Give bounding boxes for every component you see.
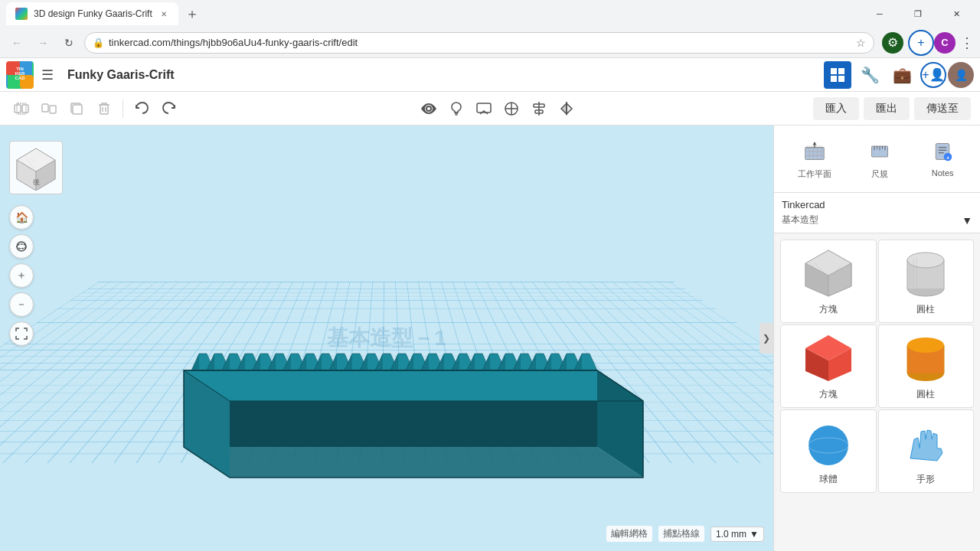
shapes-grid: 方塊	[774, 233, 980, 499]
send-button[interactable]: 傳送至	[914, 97, 971, 120]
category-selector: Tinkercad 基本造型 ▼	[774, 193, 980, 233]
add-user-button[interactable]: +	[908, 30, 934, 56]
svg-rect-18	[100, 105, 108, 114]
snap-label: 捕點格線	[658, 526, 704, 542]
camera-button[interactable]	[416, 96, 441, 121]
address-field[interactable]: 🔒 tinkercad.com/things/hjbb9o6aUu4-funky…	[84, 32, 874, 54]
mirror-button[interactable]	[554, 96, 579, 121]
toolbar-center-buttons	[185, 96, 810, 121]
fit-view-button[interactable]	[9, 321, 34, 346]
tab-favicon	[15, 8, 28, 20]
shape-label: 方塊	[819, 303, 838, 316]
orbit-button[interactable]	[9, 234, 34, 259]
minimize-button[interactable]: ─	[862, 2, 897, 25]
category-row: Tinkercad	[782, 199, 972, 210]
back-button[interactable]: ←	[6, 32, 28, 54]
undo-button[interactable]	[129, 96, 154, 121]
projects-button[interactable]: 💼	[888, 61, 916, 89]
shape-item-hand[interactable]: 手形	[878, 409, 975, 493]
profile-avatar[interactable]: C	[934, 32, 956, 54]
tab-title: 3D design Funky Gaaris-Crift	[34, 8, 152, 19]
tinkercad-logo[interactable]: TIN KER CAD	[6, 61, 34, 89]
align-button[interactable]	[527, 96, 551, 121]
forward-button[interactable]: →	[32, 32, 54, 54]
svg-rect-12	[22, 105, 28, 112]
shape-label: 圓柱	[916, 388, 935, 401]
svg-point-151	[907, 337, 944, 353]
notes-panel-item[interactable]: + Notes	[921, 133, 964, 184]
bookmark-icon[interactable]: ☆	[856, 37, 866, 49]
reload-button[interactable]: ↻	[58, 32, 80, 54]
group-button[interactable]	[9, 96, 34, 121]
new-tab-button[interactable]: ＋	[181, 3, 203, 24]
view-cube[interactable]: 後	[9, 141, 63, 194]
shape-item-sphere[interactable]: 球體	[780, 409, 877, 493]
window-controls: ─ ❐ ✕	[862, 2, 974, 25]
duplicate-button[interactable]	[64, 96, 89, 121]
shape-item-orange-cylinder[interactable]: 圓柱	[878, 324, 975, 408]
shape-item-gray-cylinder[interactable]: 圓柱	[878, 240, 975, 323]
extension-icon[interactable]: ⚙	[882, 32, 903, 54]
snap-value-input[interactable]: 1.0 mm ▼	[710, 527, 764, 542]
workplane-panel-item[interactable]: 工作平面	[790, 133, 839, 184]
shape-item-red-cube[interactable]: 方塊	[780, 324, 877, 408]
bottom-controls: 編輯網格 捕點格線 1.0 mm ▼	[606, 526, 764, 542]
url-text: tinkercad.com/things/hjbb9o6aUu4-funky-g…	[109, 37, 851, 48]
svg-text:後: 後	[33, 178, 40, 186]
notes-label: Notes	[932, 168, 954, 178]
tab-close-button[interactable]: ✕	[158, 8, 169, 19]
design-title: Funky Gaaris-Crift	[61, 68, 181, 82]
svg-rect-14	[42, 104, 48, 112]
profile-area: ⚙ + C ⋮	[882, 30, 974, 56]
user-avatar[interactable]: 👤	[948, 62, 974, 88]
light-button[interactable]	[444, 96, 469, 121]
ruler-panel-item[interactable]: 尺規	[858, 133, 901, 184]
svg-point-103	[17, 242, 26, 251]
address-bar: ← → ↻ 🔒 tinkercad.com/things/hjbb9o6aUu4…	[0, 28, 980, 58]
ruler-icon	[866, 138, 893, 165]
svg-text:+: +	[946, 155, 949, 161]
workplane-label: 工作平面	[798, 168, 831, 180]
shape-label: 手形	[916, 473, 935, 486]
export-button[interactable]: 匯出	[864, 97, 910, 120]
grid-view-button[interactable]	[824, 61, 851, 89]
shape-preview	[798, 416, 859, 470]
home-view-button[interactable]: 🏠	[9, 205, 34, 230]
comment-button[interactable]	[472, 96, 496, 121]
svg-marker-32	[567, 103, 572, 114]
svg-point-154	[808, 425, 848, 465]
shape-preview	[798, 331, 859, 385]
category-sub-row[interactable]: 基本造型 ▼	[782, 214, 972, 227]
ungroup-button[interactable]	[37, 96, 61, 121]
panel-collapse-arrow[interactable]: ❯	[760, 323, 773, 354]
svg-rect-7	[831, 68, 837, 74]
notes-icon: +	[929, 138, 956, 165]
shape-item-gray-cube[interactable]: 方塊	[780, 240, 877, 323]
restore-button[interactable]: ❐	[900, 2, 936, 25]
shape-tool-button[interactable]	[499, 96, 524, 121]
delete-button[interactable]	[92, 96, 116, 121]
hamburger-menu-icon[interactable]: ☰	[38, 64, 57, 86]
share-button[interactable]: +👤	[920, 62, 946, 88]
category-main-label: Tinkercad	[782, 199, 825, 210]
svg-marker-115	[812, 142, 816, 145]
shape-preview	[895, 331, 956, 385]
zoom-out-button[interactable]: －	[9, 292, 34, 317]
svg-rect-17	[73, 105, 82, 114]
svg-rect-10	[838, 76, 844, 82]
app-container: TIN KER CAD ☰ Funky Gaaris-Crift 🔧 �	[0, 58, 980, 551]
viewport[interactable]: 基本造型－1	[0, 126, 773, 551]
tab-strip: 3D design Funky Gaaris-Crift ✕ ＋	[6, 0, 203, 28]
shape-label: 圓柱	[916, 303, 935, 316]
import-button[interactable]: 匯入	[813, 97, 859, 120]
browser-menu-button[interactable]: ⋮	[960, 34, 974, 51]
redo-button[interactable]	[157, 96, 181, 121]
active-tab[interactable]: 3D design Funky Gaaris-Crift ✕	[6, 2, 178, 25]
app-topbar: TIN KER CAD ☰ Funky Gaaris-Crift 🔧 �	[0, 58, 980, 92]
close-button[interactable]: ✕	[939, 2, 974, 25]
category-dropdown-icon[interactable]: ▼	[962, 214, 972, 227]
svg-point-140	[907, 253, 944, 268]
edit-button[interactable]: 🔧	[856, 61, 884, 89]
edit-grid-label[interactable]: 編輯網格	[606, 526, 652, 542]
zoom-in-button[interactable]: ＋	[9, 263, 34, 288]
